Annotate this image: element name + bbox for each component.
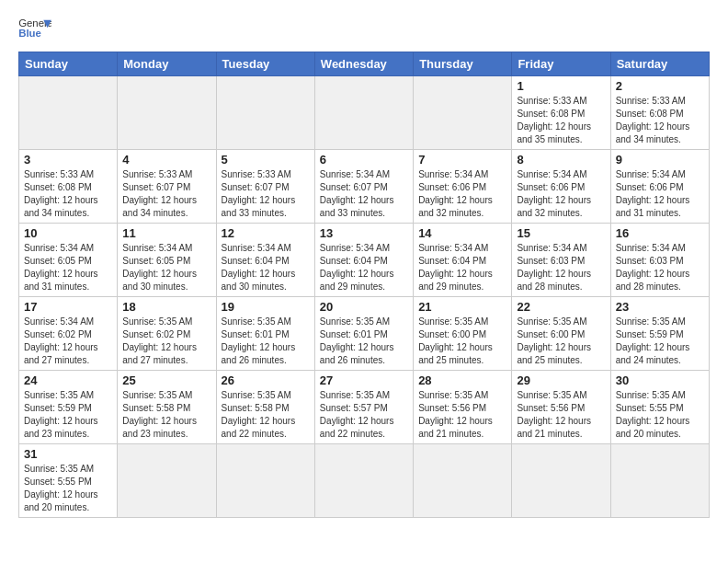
- day-info: Sunrise: 5:33 AM Sunset: 6:08 PM Dayligh…: [616, 95, 704, 146]
- day-number: 20: [320, 300, 408, 314]
- day-number: 14: [418, 226, 506, 240]
- day-number: 9: [616, 153, 704, 167]
- day-number: 30: [616, 373, 704, 387]
- calendar-cell: 6Sunrise: 5:34 AM Sunset: 6:07 PM Daylig…: [314, 150, 413, 224]
- calendar-cell: [414, 76, 512, 150]
- day-info: Sunrise: 5:34 AM Sunset: 6:02 PM Dayligh…: [24, 316, 112, 367]
- calendar-cell: 14Sunrise: 5:34 AM Sunset: 6:04 PM Dayli…: [414, 224, 512, 297]
- calendar-cell: 23Sunrise: 5:35 AM Sunset: 5:59 PM Dayli…: [610, 297, 709, 371]
- weekday-header-tuesday: Tuesday: [216, 52, 314, 76]
- day-number: 7: [418, 153, 506, 167]
- calendar-cell: [314, 444, 413, 518]
- page: General Blue SundayMondayTuesdayWednesda…: [0, 0, 728, 527]
- calendar-table: SundayMondayTuesdayWednesdayThursdayFrid…: [18, 52, 710, 518]
- day-info: Sunrise: 5:35 AM Sunset: 6:02 PM Dayligh…: [122, 316, 210, 367]
- day-info: Sunrise: 5:34 AM Sunset: 6:06 PM Dayligh…: [418, 168, 506, 220]
- calendar-cell: [512, 444, 610, 518]
- day-info: Sunrise: 5:35 AM Sunset: 5:58 PM Dayligh…: [222, 389, 310, 441]
- day-number: 1: [517, 79, 605, 93]
- calendar-week-row: 1Sunrise: 5:33 AM Sunset: 6:08 PM Daylig…: [19, 76, 710, 150]
- calendar-week-row: 31Sunrise: 5:35 AM Sunset: 5:55 PM Dayli…: [19, 444, 710, 518]
- calendar-cell: [414, 444, 512, 518]
- weekday-header-sunday: Sunday: [19, 52, 118, 76]
- calendar-cell: [19, 76, 118, 150]
- day-info: Sunrise: 5:35 AM Sunset: 5:59 PM Dayligh…: [616, 316, 704, 367]
- svg-text:Blue: Blue: [18, 28, 41, 39]
- calendar-cell: 20Sunrise: 5:35 AM Sunset: 6:01 PM Dayli…: [314, 297, 413, 371]
- logo: General Blue: [18, 15, 51, 42]
- day-number: 4: [122, 153, 210, 167]
- weekday-header-saturday: Saturday: [610, 52, 709, 76]
- day-number: 6: [320, 153, 408, 167]
- day-number: 17: [24, 300, 112, 314]
- day-number: 19: [222, 300, 310, 314]
- calendar-cell: 22Sunrise: 5:35 AM Sunset: 6:00 PM Dayli…: [512, 297, 610, 371]
- calendar-cell: 26Sunrise: 5:35 AM Sunset: 5:58 PM Dayli…: [216, 371, 314, 444]
- day-number: 3: [24, 153, 112, 167]
- calendar-cell: [314, 76, 413, 150]
- day-number: 31: [24, 447, 112, 461]
- day-info: Sunrise: 5:35 AM Sunset: 6:00 PM Dayligh…: [418, 316, 506, 367]
- weekday-header-monday: Monday: [118, 52, 216, 76]
- day-info: Sunrise: 5:33 AM Sunset: 6:07 PM Dayligh…: [122, 168, 210, 220]
- day-info: Sunrise: 5:35 AM Sunset: 5:59 PM Dayligh…: [24, 389, 112, 441]
- day-number: 5: [222, 153, 310, 167]
- calendar-cell: 31Sunrise: 5:35 AM Sunset: 5:55 PM Dayli…: [19, 444, 118, 518]
- calendar-cell: 27Sunrise: 5:35 AM Sunset: 5:57 PM Dayli…: [314, 371, 413, 444]
- day-number: 12: [222, 226, 310, 240]
- day-number: 24: [24, 373, 112, 387]
- calendar-cell: [118, 76, 216, 150]
- day-number: 11: [122, 226, 210, 240]
- calendar-cell: 2Sunrise: 5:33 AM Sunset: 6:08 PM Daylig…: [610, 76, 709, 150]
- day-number: 22: [517, 300, 605, 314]
- calendar-week-row: 17Sunrise: 5:34 AM Sunset: 6:02 PM Dayli…: [19, 297, 710, 371]
- calendar-cell: 1Sunrise: 5:33 AM Sunset: 6:08 PM Daylig…: [512, 76, 610, 150]
- calendar-cell: 9Sunrise: 5:34 AM Sunset: 6:06 PM Daylig…: [610, 150, 709, 224]
- calendar-week-row: 3Sunrise: 5:33 AM Sunset: 6:08 PM Daylig…: [19, 150, 710, 224]
- day-number: 23: [616, 300, 704, 314]
- day-info: Sunrise: 5:35 AM Sunset: 6:01 PM Dayligh…: [222, 316, 310, 367]
- calendar-cell: [610, 444, 709, 518]
- weekday-header-row: SundayMondayTuesdayWednesdayThursdayFrid…: [19, 52, 710, 76]
- day-number: 13: [320, 226, 408, 240]
- day-info: Sunrise: 5:34 AM Sunset: 6:07 PM Dayligh…: [320, 168, 408, 220]
- generalblue-logo-icon: General Blue: [18, 15, 51, 42]
- day-info: Sunrise: 5:34 AM Sunset: 6:03 PM Dayligh…: [616, 242, 704, 293]
- calendar-cell: 28Sunrise: 5:35 AM Sunset: 5:56 PM Dayli…: [414, 371, 512, 444]
- calendar-cell: 17Sunrise: 5:34 AM Sunset: 6:02 PM Dayli…: [19, 297, 118, 371]
- day-info: Sunrise: 5:33 AM Sunset: 6:07 PM Dayligh…: [222, 168, 310, 220]
- day-info: Sunrise: 5:33 AM Sunset: 6:08 PM Dayligh…: [517, 95, 605, 146]
- day-info: Sunrise: 5:35 AM Sunset: 5:57 PM Dayligh…: [320, 389, 408, 441]
- day-number: 10: [24, 226, 112, 240]
- day-info: Sunrise: 5:33 AM Sunset: 6:08 PM Dayligh…: [24, 168, 112, 220]
- day-info: Sunrise: 5:34 AM Sunset: 6:04 PM Dayligh…: [320, 242, 408, 293]
- calendar-cell: 3Sunrise: 5:33 AM Sunset: 6:08 PM Daylig…: [19, 150, 118, 224]
- calendar-cell: 24Sunrise: 5:35 AM Sunset: 5:59 PM Dayli…: [19, 371, 118, 444]
- day-number: 26: [222, 373, 310, 387]
- day-info: Sunrise: 5:34 AM Sunset: 6:05 PM Dayligh…: [24, 242, 112, 293]
- day-number: 28: [418, 373, 506, 387]
- calendar-cell: 18Sunrise: 5:35 AM Sunset: 6:02 PM Dayli…: [118, 297, 216, 371]
- day-info: Sunrise: 5:34 AM Sunset: 6:06 PM Dayligh…: [517, 168, 605, 220]
- calendar-cell: 11Sunrise: 5:34 AM Sunset: 6:05 PM Dayli…: [118, 224, 216, 297]
- calendar-cell: 13Sunrise: 5:34 AM Sunset: 6:04 PM Dayli…: [314, 224, 413, 297]
- day-number: 2: [616, 79, 704, 93]
- calendar-cell: 19Sunrise: 5:35 AM Sunset: 6:01 PM Dayli…: [216, 297, 314, 371]
- calendar-cell: [118, 444, 216, 518]
- weekday-header-thursday: Thursday: [414, 52, 512, 76]
- day-info: Sunrise: 5:35 AM Sunset: 6:01 PM Dayligh…: [320, 316, 408, 367]
- calendar-cell: 10Sunrise: 5:34 AM Sunset: 6:05 PM Dayli…: [19, 224, 118, 297]
- calendar-week-row: 24Sunrise: 5:35 AM Sunset: 5:59 PM Dayli…: [19, 371, 710, 444]
- day-info: Sunrise: 5:35 AM Sunset: 5:58 PM Dayligh…: [122, 389, 210, 441]
- weekday-header-friday: Friday: [512, 52, 610, 76]
- day-info: Sunrise: 5:34 AM Sunset: 6:04 PM Dayligh…: [418, 242, 506, 293]
- weekday-header-wednesday: Wednesday: [314, 52, 413, 76]
- day-info: Sunrise: 5:35 AM Sunset: 5:56 PM Dayligh…: [517, 389, 605, 441]
- calendar-cell: 4Sunrise: 5:33 AM Sunset: 6:07 PM Daylig…: [118, 150, 216, 224]
- calendar-cell: 5Sunrise: 5:33 AM Sunset: 6:07 PM Daylig…: [216, 150, 314, 224]
- calendar-cell: 21Sunrise: 5:35 AM Sunset: 6:00 PM Dayli…: [414, 297, 512, 371]
- day-number: 27: [320, 373, 408, 387]
- day-info: Sunrise: 5:35 AM Sunset: 5:56 PM Dayligh…: [418, 389, 506, 441]
- day-number: 21: [418, 300, 506, 314]
- calendar-cell: [216, 444, 314, 518]
